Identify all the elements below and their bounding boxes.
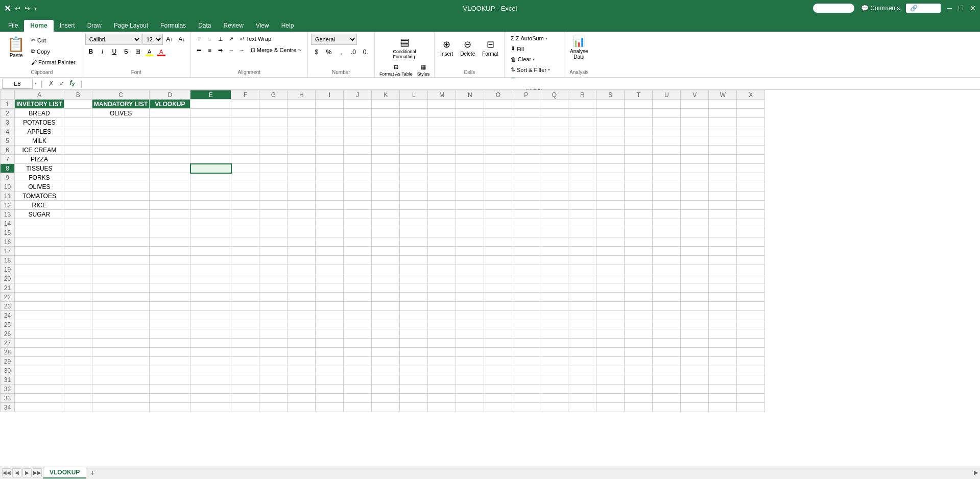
cell-g8[interactable] xyxy=(259,164,288,173)
cell-g29[interactable] xyxy=(259,357,288,366)
cell-x21[interactable] xyxy=(737,283,765,293)
cell-p19[interactable] xyxy=(512,265,540,274)
cell-q14[interactable] xyxy=(540,219,568,228)
cell-g7[interactable] xyxy=(259,155,288,164)
cell-u1[interactable] xyxy=(653,100,681,109)
cell-v14[interactable] xyxy=(681,219,709,228)
cell-k1[interactable] xyxy=(372,100,400,109)
cell-r2[interactable] xyxy=(568,109,596,118)
cell-h34[interactable] xyxy=(288,403,316,412)
cell-l29[interactable] xyxy=(400,357,428,366)
cell-f32[interactable] xyxy=(231,385,259,394)
cell-x3[interactable] xyxy=(737,118,765,127)
cell-r16[interactable] xyxy=(568,237,596,247)
col-header-q[interactable]: Q xyxy=(540,90,568,100)
cell-f17[interactable] xyxy=(231,247,259,256)
cell-p34[interactable] xyxy=(512,403,540,412)
col-header-n[interactable]: N xyxy=(456,90,484,100)
cell-d4[interactable] xyxy=(150,127,190,136)
number-format-select[interactable]: General xyxy=(311,34,357,45)
cell-h29[interactable] xyxy=(288,357,316,366)
cell-f5[interactable] xyxy=(231,136,259,146)
editing-indicator[interactable]: ✏ Editing ▾ xyxy=(812,3,855,13)
italic-button[interactable]: I xyxy=(97,46,108,57)
cell-j2[interactable] xyxy=(344,109,372,118)
cell-o21[interactable] xyxy=(484,283,512,293)
cell-g12[interactable] xyxy=(259,201,288,210)
cell-j14[interactable] xyxy=(344,219,372,228)
analyse-data-button[interactable]: 📊 Analyse Data xyxy=(567,34,591,61)
col-header-a[interactable]: A xyxy=(15,90,64,100)
cell-c30[interactable] xyxy=(92,366,150,375)
cell-t17[interactable] xyxy=(625,247,653,256)
cell-s25[interactable] xyxy=(596,320,625,329)
cell-e9[interactable] xyxy=(190,173,231,182)
cell-w15[interactable] xyxy=(709,228,737,237)
row-header-33[interactable]: 33 xyxy=(1,394,15,403)
cell-b16[interactable] xyxy=(64,237,92,247)
cell-o3[interactable] xyxy=(484,118,512,127)
cell-l13[interactable] xyxy=(400,210,428,219)
cell-w6[interactable] xyxy=(709,146,737,155)
cell-m16[interactable] xyxy=(428,237,456,247)
cell-e19[interactable] xyxy=(190,265,231,274)
cell-u9[interactable] xyxy=(653,173,681,182)
cell-l26[interactable] xyxy=(400,329,428,339)
cell-n20[interactable] xyxy=(456,274,484,283)
cell-x16[interactable] xyxy=(737,237,765,247)
tab-help[interactable]: Help xyxy=(275,20,300,32)
share-btn[interactable]: 🔗 Share xyxy=(906,4,941,13)
indent-right-button[interactable]: → xyxy=(237,45,247,55)
cell-h9[interactable] xyxy=(288,173,316,182)
cell-s19[interactable] xyxy=(596,265,625,274)
cell-s11[interactable] xyxy=(596,191,625,201)
decrease-decimal-button[interactable]: 0. xyxy=(360,46,371,58)
cell-s16[interactable] xyxy=(596,237,625,247)
font-name-select[interactable]: Calibri xyxy=(85,34,141,45)
cell-n7[interactable] xyxy=(456,155,484,164)
col-header-v[interactable]: V xyxy=(681,90,709,100)
cell-d15[interactable] xyxy=(150,228,190,237)
cell-p14[interactable] xyxy=(512,219,540,228)
row-header-1[interactable]: 1 xyxy=(1,100,15,109)
cell-u6[interactable] xyxy=(653,146,681,155)
cell-n27[interactable] xyxy=(456,339,484,348)
cell-c26[interactable] xyxy=(92,329,150,339)
cell-i28[interactable] xyxy=(316,348,344,357)
cell-g34[interactable] xyxy=(259,403,288,412)
cell-i32[interactable] xyxy=(316,385,344,394)
cell-j27[interactable] xyxy=(344,339,372,348)
cell-v29[interactable] xyxy=(681,357,709,366)
col-header-i[interactable]: I xyxy=(316,90,344,100)
col-header-f[interactable]: F xyxy=(231,90,259,100)
cell-n11[interactable] xyxy=(456,191,484,201)
cell-p23[interactable] xyxy=(512,302,540,311)
cell-v10[interactable] xyxy=(681,182,709,191)
cell-n1[interactable] xyxy=(456,100,484,109)
cell-g23[interactable] xyxy=(259,302,288,311)
cell-p6[interactable] xyxy=(512,146,540,155)
cell-k25[interactable] xyxy=(372,320,400,329)
cell-b11[interactable] xyxy=(64,191,92,201)
comments-btn[interactable]: 💬 Comments xyxy=(861,5,900,12)
sheet-nav-next[interactable]: ▶ xyxy=(22,468,32,477)
cell-d22[interactable] xyxy=(150,293,190,302)
cell-e6[interactable] xyxy=(190,146,231,155)
cell-d19[interactable] xyxy=(150,265,190,274)
cell-h3[interactable] xyxy=(288,118,316,127)
cell-r32[interactable] xyxy=(568,385,596,394)
cell-n16[interactable] xyxy=(456,237,484,247)
confirm-formula-btn[interactable]: ✓ xyxy=(58,80,66,87)
cell-q4[interactable] xyxy=(540,127,568,136)
cell-v34[interactable] xyxy=(681,403,709,412)
cell-v27[interactable] xyxy=(681,339,709,348)
cell-o18[interactable] xyxy=(484,256,512,265)
cell-j21[interactable] xyxy=(344,283,372,293)
cell-s30[interactable] xyxy=(596,366,625,375)
cell-o5[interactable] xyxy=(484,136,512,146)
cell-b26[interactable] xyxy=(64,329,92,339)
tab-formulas[interactable]: Formulas xyxy=(154,20,192,32)
cell-u18[interactable] xyxy=(653,256,681,265)
cell-x18[interactable] xyxy=(737,256,765,265)
cell-s4[interactable] xyxy=(596,127,625,136)
